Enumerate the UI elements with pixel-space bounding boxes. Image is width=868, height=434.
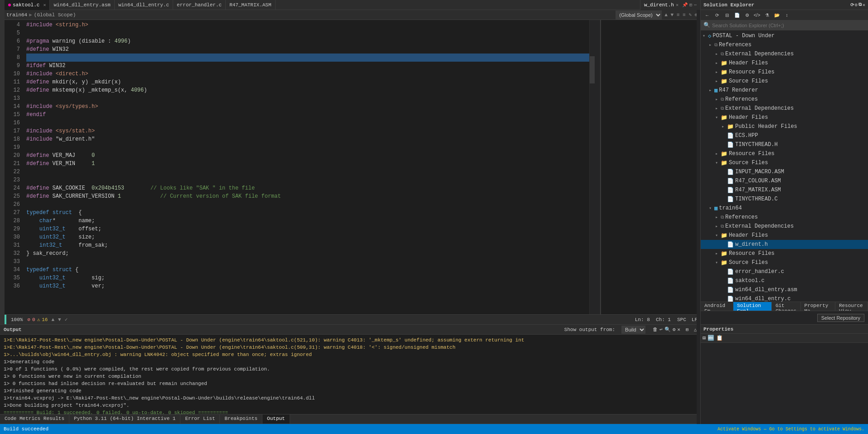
tree-item[interactable]: ▸ 📁 Resource Files [701,68,868,77]
output-clear-icon[interactable]: 🗑 [653,327,658,332]
tab-label: R47_MATRIX.ASM [229,2,271,8]
cursor-position: Ln: 8 Ch: 1 [631,317,674,322]
tree-item[interactable]: 📄 INPUT_MACRO.ASM [701,167,868,176]
tree-item[interactable]: ▸ ⧉ External Dependencies [701,104,868,113]
tree-item-label: References [725,96,758,102]
tree-item[interactable]: ▸ 📁 Resource Files [701,249,868,258]
bottom-tab[interactable]: Code Metrics Results [0,414,69,424]
tab-label: win64_dll_entry.c [118,2,169,8]
indentation-type: SPC [674,317,689,322]
output-source-select[interactable]: Build [621,326,645,334]
output-word-wrap-icon[interactable]: ↩ [659,327,663,332]
right-tab-overflow[interactable]: ⋯ [694,2,697,8]
nav-down[interactable]: ▼ [56,317,63,322]
bottom-tab[interactable]: Breakpoints [220,414,262,424]
tree-item[interactable]: 📄 ECS.HPP [701,131,868,140]
se-show-all-files-btn[interactable]: 📄 [732,11,742,19]
se-open-folder-btn[interactable]: 📂 [772,11,781,19]
se-bottom-tab[interactable]: Solution Expl... [733,302,772,311]
tree-item[interactable]: 📄 error_handler.c [701,267,868,276]
se-collapse-btn[interactable]: ⊟ [723,11,732,19]
right-tab-pin[interactable]: 📌 [682,2,688,8]
tab-saktool-c[interactable]: saktool.c ✕ [5,0,50,10]
tree-item[interactable]: ▸ ▦ R47 Renderer [701,86,868,95]
nav-up[interactable]: ▲ [49,317,56,322]
se-properties-btn[interactable]: ⚙ [742,11,752,19]
tree-item[interactable]: ▾ 📁 Source Files [701,258,868,267]
se-settings-icon[interactable]: ⚙ [855,2,858,8]
right-tab-close[interactable]: ✕ [676,2,679,8]
tab-error-handler-c[interactable]: error_handler.c [173,0,226,10]
bottom-tab[interactable]: Python 3.11 (64-bit) Interactive 1 [69,414,180,424]
tree-item[interactable]: ▾ ◇ POSTAL - Down Under [701,31,868,40]
tree-item[interactable]: ▸ ⧉ References [701,95,868,104]
tree-item[interactable]: ▸ 📁 Resource Files [701,149,868,158]
code-editor[interactable]: #include <string.h> #pragma warning (dis… [23,20,589,314]
tree-item[interactable]: ▸ ⧉ References [701,213,868,222]
main-status-bar: Build succeeded Activate Windows — Go to… [0,424,868,434]
tree-item[interactable]: 📄 TINYCTHREAD.H [701,140,868,149]
properties-toolbar: ⊞ 🔤 📋 [701,334,868,343]
tree-item[interactable]: 📄 win64_dll_entry.c [701,294,868,302]
scope-dropdown[interactable]: (Global Scope) [616,10,662,20]
se-close-icon[interactable]: ✕ [863,2,865,8]
se-switch-views-btn[interactable]: ↕ [782,11,791,19]
tree-item-label: Header Files [729,60,768,66]
tree-item[interactable]: ▸ ⧉ References [701,40,868,49]
props-properties-icon[interactable]: 📋 [716,335,723,341]
se-new-win-icon[interactable]: ⧉ [858,2,862,8]
bottom-tab[interactable]: Error List [180,414,220,424]
output-line: 1>Generating code [4,358,697,366]
tree-item-icon: 📄 [727,287,734,293]
se-back-btn[interactable]: ← [703,11,712,19]
se-bottom-tab[interactable]: Resource View [835,302,868,311]
se-filter-btn[interactable]: ⚗ [762,11,771,19]
tab-win64-dll-entry-asm[interactable]: win64_dll_entry.asm [50,0,114,10]
vertical-scrollbar[interactable] [595,20,600,314]
output-close-icon[interactable]: ✕ [677,327,680,332]
properties-panel: Properties ⊞ 🔤 📋 [700,325,868,424]
tree-item[interactable]: 📄 R47_COLOUR.ASM [701,176,868,185]
output-undock-icon[interactable]: ⊞ [686,327,689,332]
tree-item[interactable]: ▾ 📁 Header Files [701,231,868,240]
output-label: Show output from: [564,327,615,332]
tree-item-icon: 📁 [727,123,734,130]
output-settings-icon[interactable]: ⚙ [673,327,676,332]
se-view-code-btn[interactable]: </> [752,11,761,19]
se-bottom-tab[interactable]: Android Em... [701,302,733,311]
se-sync-icon[interactable]: ⟳ [850,2,854,8]
tree-item[interactable]: 📄 R47_MATRIX.ASM [701,185,868,195]
checkmark-icon[interactable]: ✓ [63,317,70,322]
tree-item-label: External Dependencies [725,51,794,57]
tree-item-label: train64 [719,205,742,211]
tree-item[interactable]: ▸ ⧉ External Dependencies [701,49,868,59]
tab-win64-dll-entry-c[interactable]: win64_dll_entry.c [115,0,173,10]
props-categorized-icon[interactable]: ⊞ [703,335,706,341]
tree-item[interactable]: 📄 TINYCTHREAD.C [701,195,868,204]
bottom-tab[interactable]: Output [262,414,290,424]
tree-item[interactable]: 📄 saktool.c [701,276,868,285]
tree-item[interactable]: ▸ 📁 Source Files [701,77,868,86]
select-repository-button[interactable]: Select Repository [817,314,864,322]
tree-item[interactable]: ▾ 📁 Header Files [701,113,868,122]
se-bottom-tab[interactable]: Property Ma... [801,302,835,311]
output-find-icon[interactable]: 🔍 [664,327,671,332]
se-search-input[interactable] [712,23,865,28]
tree-item[interactable]: ▸ 📁 Header Files [701,59,868,68]
right-tab-split[interactable]: ⊞ [689,2,692,8]
tree-item[interactable]: ▾ 📁 Source Files [701,158,868,167]
tab-r47-matrix-asm[interactable]: R47_MATRIX.ASM [226,0,275,10]
tree-item-label: Source Files [729,259,768,266]
close-icon[interactable]: ✕ [43,2,46,8]
se-bottom-tab[interactable]: Git Changes [772,302,801,311]
props-alphabetical-icon[interactable]: 🔤 [708,335,714,341]
tree-item[interactable]: ▾ ▦ train64 [701,204,868,213]
tree-item[interactable]: ▸ ⧉ External Dependencies [701,222,868,231]
error-count: 0 [32,317,35,322]
tree-item[interactable]: ▸ 📁 Public Header Files [701,122,868,131]
output-content: 1>E:\Raki47-Post-Rest\_new engine\Postal… [0,335,700,414]
tree-item[interactable]: 📄 win64_dll_entry.asm [701,285,868,294]
tree-item-label: External Dependencies [725,105,794,112]
se-refresh-btn[interactable]: ⟳ [713,11,722,19]
tree-item[interactable]: 📄 w_dirent.h [701,240,868,249]
